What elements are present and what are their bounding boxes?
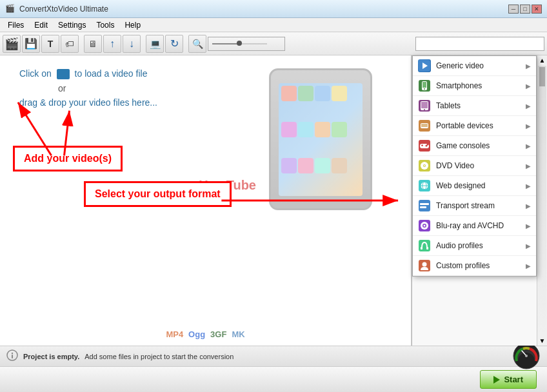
menu-files[interactable]: Files [3,19,29,31]
svg-point-27 [424,165,425,166]
generic-video-arrow: ▶ [526,63,531,70]
pc-btn[interactable]: 💻 [146,35,164,53]
dropdown-item-audio-profiles[interactable]: Audio profiles ▶ [413,236,536,256]
bluray-avchd-icon [418,219,431,232]
app-title: ConvertXtoVideo Ultimate [19,5,508,14]
refresh-btn[interactable]: ↻ [165,35,183,53]
scrollbar[interactable]: ▲ ▼ [537,55,547,346]
scroll-down-btn[interactable]: ▼ [537,336,547,346]
menu-tools[interactable]: Tools [91,19,119,31]
main-area: Click on to load a video file or drag & … [0,55,547,346]
up-icon: ↑ [110,38,115,50]
dropdown-item-custom-profiles[interactable]: Custom profiles ▶ [413,256,536,276]
app-icon-8 [332,122,347,137]
portable-devices-icon [418,119,431,132]
zoom-slider[interactable] [208,37,285,51]
format-logos: MP4 Ogg 3GF MK [166,329,244,339]
svg-point-21 [427,144,429,146]
tag-btn[interactable]: 🏷 [61,35,79,53]
custom-profiles-icon [418,259,431,272]
svg-point-49 [525,355,528,357]
dropdown-item-bluray-avchd[interactable]: Blu-ray and AVCHD ▶ [413,216,536,236]
dvd-video-icon [418,159,431,172]
app-icon-6 [298,122,313,137]
menu-help[interactable]: Help [119,19,146,31]
tablets-icon [418,99,431,112]
audio-profiles-arrow: ▶ [526,242,531,250]
svg-point-45 [12,353,13,354]
zoom-btn[interactable]: 🔍 [188,35,206,53]
audio-profiles-label: Audio profiles [436,241,526,250]
generic-video-label: Generic video [436,61,526,70]
app-icon-9 [281,158,297,173]
svg-rect-34 [420,206,426,208]
dropdown-menu: Generic video ▶ Smartphones ▶ Tablets ▶ [412,55,537,277]
bluray-avchd-arrow: ▶ [526,222,531,230]
custom-profiles-label: Custom profiles [436,261,526,270]
gauge-icon [512,342,541,370]
add-video-annotation: Add your video(s) [13,146,123,172]
start-bar: Start [0,366,547,392]
title-bar: 🎬 ConvertXtoVideo Ultimate ─ □ ✕ [0,0,547,18]
web-designed-icon [418,179,431,192]
transport-stream-arrow: ▶ [526,202,531,210]
dropdown-item-transport-stream[interactable]: Transport stream ▶ [413,196,536,216]
app-icon-3 [315,86,330,101]
svg-rect-17 [421,124,428,127]
status-bar: Project is empty. Add some files in proj… [0,346,547,366]
maximize-btn[interactable]: □ [520,5,530,14]
web-designed-arrow: ▶ [526,182,531,190]
svg-point-43 [423,262,427,267]
start-label: Start [504,375,523,384]
dropdown-item-portable-devices[interactable]: Portable devices ▶ [413,116,536,136]
mkv-logo: MK [232,329,244,339]
smartphones-icon [418,79,431,92]
svg-point-14 [424,109,425,110]
svg-rect-39 [419,240,430,251]
app-icon-7 [315,122,330,137]
save-btn[interactable]: 💾 [22,35,40,53]
menu-bar: Files Edit Settings Tools Help [0,18,547,32]
smartphones-arrow: ▶ [526,83,531,90]
svg-rect-33 [420,203,429,205]
select-format-annotation: Select your output format [84,181,232,207]
search-input[interactable] [415,37,544,51]
up-btn[interactable]: ↑ [103,35,121,53]
menu-edit[interactable]: Edit [29,19,53,31]
monitor-btn[interactable]: 🖥 [84,35,102,53]
status-normal-text: Add some files in project to start the c… [85,353,234,360]
tag-icon: 🏷 [65,39,74,49]
app-icon-1 [281,86,297,101]
app-icon-12 [332,158,347,173]
tablet-screen [279,83,363,196]
dropdown-item-tablets[interactable]: Tablets ▶ [413,96,536,116]
status-icon [6,349,18,363]
app-icon-5 [281,122,297,137]
dropdown-item-generic-video[interactable]: Generic video ▶ [413,56,536,76]
app-icon-4 [332,86,347,101]
dropdown-item-game-consoles[interactable]: Game consoles ▶ [413,136,536,156]
tablet-preview [269,68,372,210]
tablets-label: Tablets [436,101,526,110]
toolbar: 🎬 💾 T 🏷 🖥 ↑ ↓ 💻 ↻ 🔍 [0,32,547,55]
3gf-logo: 3GF [210,329,226,339]
add-file-btn[interactable]: 🎬 [3,35,21,53]
start-button[interactable]: Start [480,370,537,389]
app-icon-11 [315,158,330,173]
down-btn[interactable]: ↓ [123,35,141,53]
edit-text-btn[interactable]: T [41,35,59,53]
scroll-thumb[interactable] [539,67,545,86]
load-icon-inline [57,69,70,79]
mp4-logo: MP4 [166,329,183,339]
dropdown-item-smartphones[interactable]: Smartphones ▶ [413,76,536,96]
dropdown-item-web-designed[interactable]: Web designed ▶ [413,176,536,196]
dropdown-item-dvd-video[interactable]: DVD Video ▶ [413,156,536,176]
tablets-arrow: ▶ [526,103,531,110]
minimize-btn[interactable]: ─ [508,5,519,14]
menu-settings[interactable]: Settings [53,19,91,31]
close-btn[interactable]: ✕ [532,5,542,14]
portable-devices-arrow: ▶ [526,122,531,130]
status-bold-text: Project is empty. [23,353,79,360]
scroll-up-btn[interactable]: ▲ [537,55,547,65]
scroll-track[interactable] [538,66,546,335]
